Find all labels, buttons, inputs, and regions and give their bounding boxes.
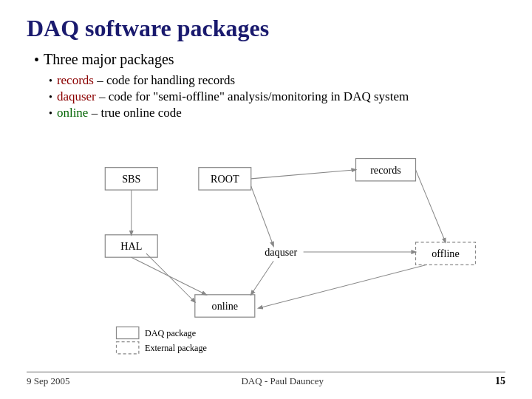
svg-line-16: [251, 186, 273, 246]
diagram-area: SBS ROOT records HAL daquser offline onl…: [27, 123, 505, 369]
svg-text:daquser: daquser: [265, 246, 297, 258]
sub-bullet-online: • online – true online code: [49, 106, 505, 120]
keyword-daquser: daquser: [57, 89, 96, 103]
svg-line-20: [251, 261, 273, 295]
main-bullet-text: Three major packages: [44, 51, 174, 68]
svg-text:DAQ package: DAQ package: [145, 328, 196, 338]
svg-line-21: [259, 265, 427, 308]
svg-rect-22: [117, 327, 139, 338]
svg-text:ROOT: ROOT: [211, 173, 239, 185]
diagram-svg: SBS ROOT records HAL daquser offline onl…: [27, 123, 505, 369]
svg-text:records: records: [370, 164, 401, 176]
sub-dot-1: •: [49, 75, 52, 87]
svg-line-19: [146, 253, 195, 302]
svg-text:SBS: SBS: [122, 173, 140, 185]
sub-bullet-daquser-rest: – code for "semi-offline" analysis/monit…: [96, 89, 409, 103]
svg-text:offline: offline: [432, 248, 459, 259]
slide: DAQ software packages • Three major pack…: [0, 0, 532, 399]
keyword-online: online: [57, 106, 89, 120]
main-bullet-dot: •: [34, 52, 39, 69]
svg-text:HAL: HAL: [120, 240, 142, 252]
svg-rect-24: [117, 342, 139, 354]
footer-date: 9 Sep 2005: [27, 375, 70, 387]
slide-title: DAQ software packages: [27, 15, 505, 42]
svg-line-15: [251, 170, 356, 179]
sub-bullet-records-rest: – code for handling records: [94, 73, 235, 87]
sub-bullet-online-text: online – true online code: [57, 106, 182, 120]
sub-bullet-records-text: records – code for handling records: [57, 73, 235, 88]
svg-text:External package: External package: [145, 343, 207, 353]
sub-bullets-list: • records – code for handling records • …: [49, 73, 505, 120]
svg-line-17: [416, 170, 446, 242]
sub-dot-2: •: [49, 92, 52, 103]
footer-center: DAQ - Paul Dauncey: [241, 375, 324, 387]
sub-bullet-daquser-text: daquser – code for "semi-offline" analys…: [57, 89, 409, 104]
sub-bullet-records: • records – code for handling records: [49, 73, 505, 88]
sub-bullet-online-rest: – true online code: [88, 106, 182, 120]
svg-text:online: online: [212, 300, 238, 312]
keyword-records: records: [57, 73, 94, 87]
sub-dot-3: •: [49, 108, 52, 120]
sub-bullet-daquser: • daquser – code for "semi-offline" anal…: [49, 89, 505, 104]
footer-page: 15: [495, 375, 505, 387]
main-bullet: • Three major packages: [34, 51, 505, 69]
footer: 9 Sep 2005 DAQ - Paul Dauncey 15: [27, 372, 505, 387]
